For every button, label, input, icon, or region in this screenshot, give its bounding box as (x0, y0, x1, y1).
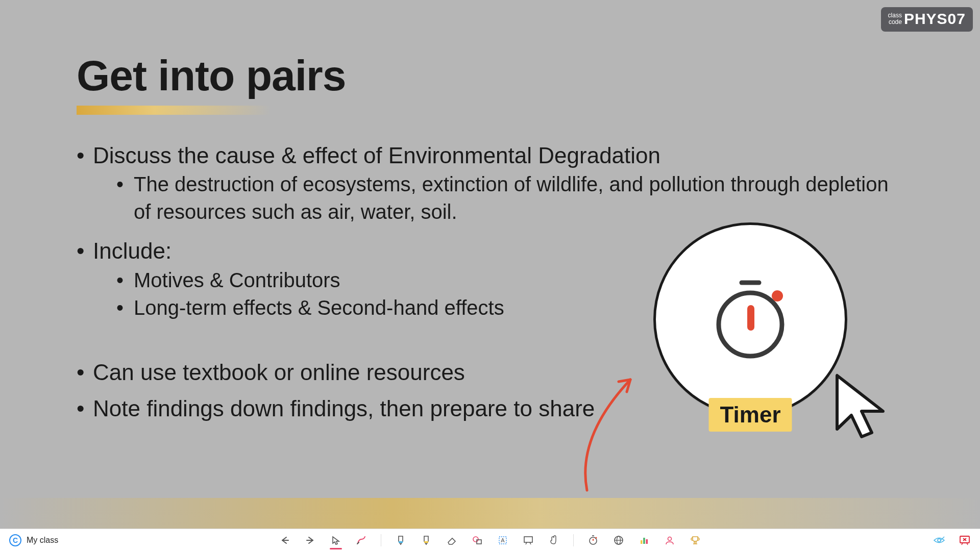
class-code-label: class code (888, 12, 902, 26)
bottom-toolbar: C My class A (0, 529, 980, 551)
svg-text:A: A (501, 537, 505, 543)
stopwatch-icon (712, 279, 789, 360)
bullet-1: Discuss the cause & effect of Environmen… (77, 140, 903, 226)
bullet-1-text: Discuss the cause & effect of Environmen… (93, 143, 660, 168)
random-student-button[interactable] (664, 534, 676, 546)
class-code-badge: class code PHYS07 (881, 7, 973, 32)
timer-callout: Timer (653, 222, 847, 416)
page-title: Get into pairs (77, 51, 903, 101)
svg-rect-9 (477, 540, 481, 544)
draw-tool-button[interactable] (355, 534, 368, 546)
shapes-button[interactable] (471, 534, 483, 546)
title-underline (77, 106, 271, 115)
svg-rect-12 (524, 537, 532, 542)
svg-rect-22 (641, 540, 643, 544)
svg-rect-24 (646, 539, 648, 544)
bottom-gradient (0, 498, 980, 529)
callout-arrow-icon (572, 370, 643, 493)
toolbar-separator (381, 534, 381, 546)
my-class-label[interactable]: My class (27, 536, 58, 545)
toolbar-separator (573, 534, 574, 546)
svg-point-2 (772, 290, 783, 302)
slide-area: class code PHYS07 Get into pairs Discuss… (0, 0, 980, 529)
forward-button[interactable] (304, 534, 316, 546)
app-logo-icon[interactable]: C (9, 534, 21, 546)
class-code-value: PHYS07 (904, 10, 966, 28)
eraser-button[interactable] (446, 534, 458, 546)
svg-rect-6 (399, 541, 403, 543)
drag-hand-button[interactable] (548, 534, 560, 546)
cursor-icon (832, 370, 893, 442)
whiteboard-button[interactable] (522, 534, 534, 546)
timer-circle[interactable] (653, 222, 847, 416)
bullet-1a: The destruction of ecosystems, extinctio… (113, 170, 903, 226)
trophy-button[interactable] (689, 534, 701, 546)
toolbar-right (933, 534, 971, 546)
toolbar-left: C My class (9, 534, 58, 546)
exit-presentation-button[interactable] (959, 534, 971, 546)
svg-rect-26 (694, 541, 696, 543)
poll-button[interactable] (638, 534, 650, 546)
pointer-tool-button[interactable] (330, 534, 342, 546)
highlighter-blue-button[interactable] (395, 534, 407, 546)
svg-rect-7 (424, 541, 428, 543)
highlighter-yellow-button[interactable] (420, 534, 432, 546)
web-button[interactable] (612, 534, 625, 546)
toolbar-center: A (279, 534, 701, 546)
svg-rect-3 (747, 305, 754, 331)
visibility-button[interactable] (933, 534, 945, 546)
bullet-2-text: Include: (93, 238, 172, 263)
svg-rect-23 (643, 538, 645, 544)
svg-point-25 (668, 537, 672, 540)
svg-point-18 (596, 537, 597, 538)
back-button[interactable] (279, 534, 291, 546)
svg-point-8 (473, 537, 478, 542)
text-box-button[interactable]: A (497, 534, 509, 546)
timer-button[interactable] (587, 534, 599, 546)
timer-label: Timer (708, 398, 792, 432)
